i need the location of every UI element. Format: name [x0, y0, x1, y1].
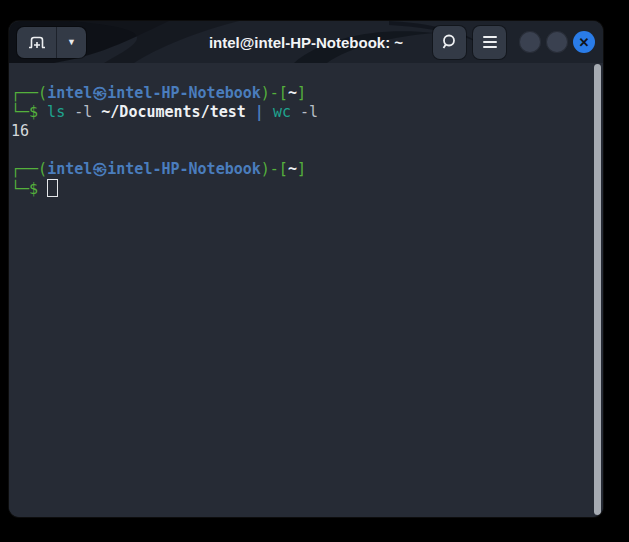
- prompt-frame: )-[: [261, 160, 288, 178]
- command-line: └─$ ls -l ~/Documents/test | wc -l: [11, 103, 589, 122]
- prompt-user-host: intel㉿intel-HP-Notebook: [47, 84, 261, 102]
- scrollbar[interactable]: [594, 64, 601, 515]
- prompt-symbol: └─$: [11, 180, 38, 198]
- new-tab-button[interactable]: [17, 27, 57, 58]
- titlebar[interactable]: ▼ intel@intel-HP-Notebook: ~: [9, 21, 603, 63]
- prompt-frame: )-[: [261, 84, 288, 102]
- terminal-cursor: [47, 179, 58, 197]
- new-tab-split-button: ▼: [17, 27, 86, 58]
- prompt-frame: ]: [297, 160, 306, 178]
- terminal-content-area[interactable]: ┌──(intel㉿intel-HP-Notebook)-[~] └─$ ls …: [9, 63, 603, 517]
- maximize-button[interactable]: [546, 31, 568, 53]
- window-title: intel@intel-HP-Notebook: ~: [209, 34, 403, 51]
- hamburger-menu-icon: [483, 36, 497, 48]
- command-ls: ls: [38, 103, 65, 121]
- command-flag: -l: [291, 103, 318, 121]
- close-icon: ✕: [579, 36, 590, 49]
- search-icon: [441, 33, 459, 51]
- prompt-frame: ┌──(: [11, 84, 47, 102]
- command-output: 16: [11, 122, 589, 141]
- blank-line: [11, 141, 589, 160]
- pipe-operator: |: [246, 103, 264, 121]
- tab-list-dropdown-button[interactable]: ▼: [57, 27, 86, 58]
- search-button[interactable]: [433, 26, 466, 59]
- terminal-window: ▼ intel@intel-HP-Notebook: ~: [9, 21, 603, 517]
- command-flag: -l: [65, 103, 92, 121]
- prompt-frame: ┌──(: [11, 160, 47, 178]
- new-tab-icon: [27, 34, 47, 50]
- prompt-user-host: intel㉿intel-HP-Notebook: [47, 160, 261, 178]
- command-path: ~/Documents/test: [92, 103, 246, 121]
- command-wc: wc: [264, 103, 291, 121]
- prompt-line: ┌──(intel㉿intel-HP-Notebook)-[~]: [11, 84, 589, 103]
- prompt-line: ┌──(intel㉿intel-HP-Notebook)-[~]: [11, 160, 589, 179]
- current-prompt-line: └─$: [11, 179, 589, 198]
- blank-line: [11, 65, 589, 84]
- prompt-frame: ]: [297, 84, 306, 102]
- prompt-cwd: ~: [288, 84, 297, 102]
- minimize-button[interactable]: [519, 31, 541, 53]
- close-button[interactable]: ✕: [573, 31, 595, 53]
- chevron-down-icon: ▼: [67, 37, 76, 47]
- menu-button[interactable]: [473, 26, 506, 59]
- prompt-symbol: └─$: [11, 103, 38, 121]
- prompt-cwd: ~: [288, 160, 297, 178]
